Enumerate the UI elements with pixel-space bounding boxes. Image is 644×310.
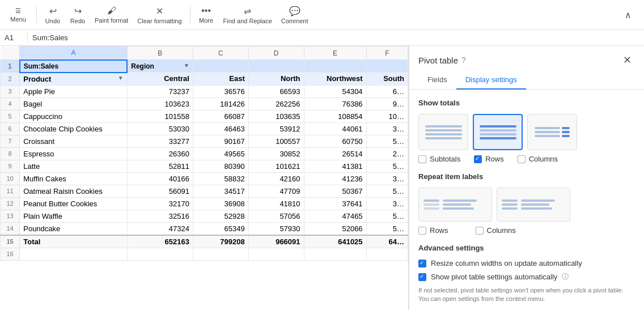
cell-e4[interactable]: 76386 [304,97,366,110]
cell-d9[interactable]: 101621 [248,160,304,172]
cell-a7[interactable]: Croissant [20,135,128,147]
cell-f3[interactable]: 6… [366,85,408,97]
cell-e13[interactable]: 47465 [304,210,366,222]
cell-f7[interactable]: 5… [366,135,408,147]
cell-b4[interactable]: 103623 [127,97,193,110]
cell-f8[interactable]: 2… [366,147,408,160]
cell-f13[interactable]: 5… [366,210,408,222]
col-header-c[interactable]: C [193,46,248,60]
cell-d1[interactable] [248,60,304,73]
repeat-rows-check[interactable]: Rows [418,226,448,235]
cell-f12[interactable]: 3… [366,197,408,210]
cell-c15[interactable]: 799208 [193,235,248,248]
cell-a15[interactable]: Total [20,235,128,248]
cell-b9[interactable]: 52811 [127,160,193,172]
cell-e6[interactable]: 44061 [304,122,366,135]
cell-b16[interactable] [127,248,193,260]
cell-c16[interactable] [193,248,248,260]
cell-b1[interactable]: Region ▼ [127,60,193,73]
repeat-columns-check[interactable]: Columns [476,226,516,235]
cell-e5[interactable]: 108854 [304,110,366,122]
cell-a3[interactable]: Apple Pie [20,85,128,97]
cell-e3[interactable]: 54304 [304,85,366,97]
columns-check[interactable]: Columns [518,155,558,163]
totals-card-none[interactable] [418,114,468,150]
cell-e15[interactable]: 641025 [304,235,366,248]
sheet-wrapper[interactable]: A B C D E F 1 Sum:Sales Region ▼ [0,46,408,310]
cell-c9[interactable]: 80390 [193,160,248,172]
cell-b6[interactable]: 53030 [127,122,193,135]
cell-e12[interactable]: 37641 [304,197,366,210]
undo-button[interactable]: ↩ Undo [41,3,64,27]
cell-f14[interactable]: 5… [366,222,408,235]
cell-a11[interactable]: Oatmeal Raisin Cookies [20,185,128,197]
paint-format-button[interactable]: 🖌 Paint format [91,3,132,26]
repeat-rows-checkbox[interactable] [418,227,426,235]
cell-a9[interactable]: Latte [20,160,128,172]
cell-f2[interactable]: South [366,73,408,86]
cell-e1[interactable] [304,60,366,73]
info-icon[interactable]: ? [461,56,466,65]
cell-b13[interactable]: 32516 [127,210,193,222]
columns-checkbox[interactable] [518,155,526,163]
cell-e16[interactable] [304,248,366,260]
cell-b7[interactable]: 33277 [127,135,193,147]
cell-d8[interactable]: 30852 [248,147,304,160]
cell-b14[interactable]: 47324 [127,222,193,235]
cell-e11[interactable]: 50367 [304,185,366,197]
rows-check[interactable]: Rows [474,155,504,163]
show-settings-info-icon[interactable]: ⓘ [562,272,569,282]
cell-a13[interactable]: Plain Waffle [20,210,128,222]
cell-e10[interactable]: 41236 [304,172,366,185]
tab-display-settings[interactable]: Display settings [456,71,526,90]
cell-a10[interactable]: Muffin Cakes [20,172,128,185]
cell-e8[interactable]: 26514 [304,147,366,160]
cell-f10[interactable]: 3… [366,172,408,185]
tab-fields[interactable]: Fields [418,71,456,90]
comment-button[interactable]: 💬 Comment [278,3,312,27]
more-button[interactable]: ••• More [195,3,218,26]
cell-c2[interactable]: East [193,73,248,86]
collapse-button[interactable]: ∧ [617,7,639,23]
subtotals-check[interactable]: Subtotals [418,155,460,163]
redo-button[interactable]: ↪ Redo [66,3,89,27]
cell-f5[interactable]: 10… [366,110,408,122]
cell-c3[interactable]: 36576 [193,85,248,97]
cell-d2[interactable]: North [248,73,304,86]
cell-d11[interactable]: 47709 [248,185,304,197]
cell-b11[interactable]: 56091 [127,185,193,197]
cell-b12[interactable]: 32170 [127,197,193,210]
cell-b8[interactable]: 26360 [127,147,193,160]
cell-e7[interactable]: 60750 [304,135,366,147]
cell-c14[interactable]: 65349 [193,222,248,235]
repeat-card-repeated[interactable] [497,188,570,222]
cell-c8[interactable]: 49565 [193,147,248,160]
cell-f16[interactable] [366,248,408,260]
subtotals-checkbox[interactable] [418,155,426,163]
cell-d3[interactable]: 66593 [248,85,304,97]
cell-c6[interactable]: 46463 [193,122,248,135]
cell-b2[interactable]: Central [127,73,193,86]
cell-c1[interactable] [193,60,248,73]
show-settings-checkbox[interactable] [418,273,426,281]
find-replace-button[interactable]: ⇌ Find and Replace [220,3,276,27]
cell-b5[interactable]: 101558 [127,110,193,122]
cell-d13[interactable]: 57056 [248,210,304,222]
cell-c11[interactable]: 34517 [193,185,248,197]
col-header-f[interactable]: F [366,46,408,60]
cell-c5[interactable]: 66087 [193,110,248,122]
clear-formatting-button[interactable]: ✕ Clear formatting [134,3,185,27]
cell-b3[interactable]: 73237 [127,85,193,97]
cell-d16[interactable] [248,248,304,260]
col-header-a[interactable]: A [20,46,128,60]
col-header-d[interactable]: D [248,46,304,60]
cell-c7[interactable]: 90167 [193,135,248,147]
cell-a12[interactable]: Peanut Butter Cookies [20,197,128,210]
close-button[interactable]: ✕ [620,53,635,67]
cell-b10[interactable]: 40166 [127,172,193,185]
cell-a2[interactable]: Product ▼ [20,73,128,86]
cell-b15[interactable]: 652163 [127,235,193,248]
cell-d6[interactable]: 53912 [248,122,304,135]
cell-a1[interactable]: Sum:Sales [20,60,128,73]
totals-card-columns[interactable] [527,114,577,150]
